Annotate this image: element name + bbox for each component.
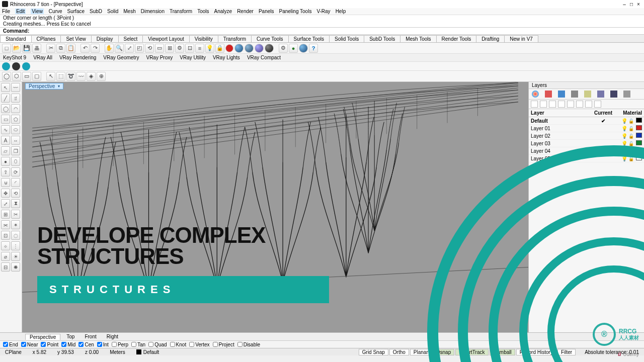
tab-vray-compact[interactable]: VRay Compact <box>247 55 281 60</box>
zoom-icon[interactable]: 🔍 <box>115 44 124 53</box>
new-layer-icon[interactable] <box>531 101 538 108</box>
aux-target-icon[interactable]: ⊕ <box>97 72 106 81</box>
zoom-window-icon[interactable]: ◰ <box>135 44 144 53</box>
osnap-checkbox[interactable] <box>41 342 46 347</box>
layers-icon[interactable]: ≡ <box>195 44 204 53</box>
osnap-checkbox[interactable] <box>148 342 153 347</box>
world-icon[interactable] <box>299 44 308 53</box>
redo-icon[interactable]: ↷ <box>91 44 100 53</box>
render-sphere4-icon[interactable] <box>265 44 274 53</box>
cplane-icon[interactable]: ⊞ <box>165 44 174 53</box>
undo-icon[interactable]: ↶ <box>80 44 90 53</box>
layers-col-material[interactable]: Material <box>616 110 642 116</box>
tool-polygon-icon[interactable]: ⬠ <box>11 115 20 124</box>
menu-curve[interactable]: Curve <box>49 9 62 14</box>
tool-rect-icon[interactable]: ▭ <box>1 115 10 124</box>
tool-points-icon[interactable]: ⋮ <box>11 241 20 250</box>
tool-rebuild-icon[interactable]: ⟐ <box>1 241 10 250</box>
tool-misc-icon[interactable]: ✺ <box>11 262 20 272</box>
aux-circle-icon[interactable]: ◯ <box>2 72 11 81</box>
menu-vray[interactable]: V-Ray <box>316 9 330 14</box>
status-btn-grid-snap[interactable]: Grid Snap <box>359 349 388 355</box>
menu-surface[interactable]: Surface <box>67 9 85 14</box>
render-sphere3-icon[interactable] <box>255 44 264 53</box>
vptab-top[interactable]: Top <box>62 334 78 339</box>
menu-analyze[interactable]: Analyze <box>214 9 232 14</box>
tool-ellipse-icon[interactable]: ⬭ <box>11 125 20 134</box>
tool-text-icon[interactable]: A <box>1 136 10 145</box>
tab-vray-proxy[interactable]: VRay Proxy <box>146 55 173 60</box>
aux-rect-icon[interactable]: ▭ <box>22 72 31 81</box>
tab-drafting[interactable]: Drafting <box>476 35 505 42</box>
tool-line-icon[interactable]: ╱ <box>1 94 10 103</box>
tool-render-icon[interactable]: ☀ <box>11 252 20 261</box>
tool-move-icon[interactable]: ✥ <box>1 189 10 198</box>
tool-box-icon[interactable]: ❒ <box>11 146 20 155</box>
aux-box-icon[interactable]: ▢ <box>32 72 41 81</box>
aux-tag-icon[interactable]: ◈ <box>87 72 96 81</box>
tab-select[interactable]: Select <box>118 35 143 42</box>
display-tab-icon[interactable] <box>571 90 578 98</box>
open-icon[interactable]: 📂 <box>12 44 21 53</box>
tool-surface-icon[interactable]: ▱ <box>1 146 10 155</box>
lightbulb-icon[interactable]: 💡 <box>205 44 214 53</box>
tab-visibility[interactable]: Visibility <box>189 35 218 42</box>
close-button[interactable]: × <box>635 2 642 7</box>
osnap-checkbox[interactable] <box>21 342 26 347</box>
aux-spiral-icon[interactable]: ➰ <box>66 72 75 81</box>
osnap-checkbox[interactable] <box>131 342 136 347</box>
render-sphere2-icon[interactable] <box>245 44 254 53</box>
osnap-tan[interactable]: Tan <box>131 342 145 347</box>
menu-panels[interactable]: Panels <box>259 9 274 14</box>
select-icon[interactable]: ▭ <box>155 44 164 53</box>
tool-rotate-icon[interactable]: ⟲ <box>11 189 20 198</box>
lock-icon[interactable]: 🔒 <box>215 44 224 53</box>
menu-subd[interactable]: SubD <box>90 9 102 14</box>
maximize-button[interactable]: □ <box>628 2 635 7</box>
menu-edit[interactable]: Edit <box>15 9 26 14</box>
osnap-end[interactable]: End <box>3 342 18 347</box>
vptab-right[interactable]: Right <box>103 334 122 339</box>
vptab-front[interactable]: Front <box>80 334 100 339</box>
tab-mesh-tools[interactable]: Mesh Tools <box>400 35 436 42</box>
tool-lasso-icon[interactable]: 〰 <box>11 83 20 92</box>
menu-render[interactable]: Render <box>237 9 254 14</box>
pan-icon[interactable]: ✋ <box>105 44 114 53</box>
menu-paneling-tools[interactable]: Paneling Tools <box>279 9 312 14</box>
osnap-checkbox[interactable] <box>112 342 117 347</box>
print-icon[interactable]: 🖶 <box>32 44 41 53</box>
tool-cylinder-icon[interactable]: ⬯ <box>11 157 20 166</box>
tab-vray-geometry[interactable]: VRay Geometry <box>103 55 139 60</box>
aux-wave-icon[interactable]: 〰 <box>76 72 86 81</box>
tool-pointer-icon[interactable]: ↖ <box>1 83 10 92</box>
menu-transform[interactable]: Transform <box>170 9 192 14</box>
help-icon[interactable]: ? <box>309 44 318 53</box>
layers-tab-icon[interactable] <box>545 90 552 98</box>
vray-btn2-icon[interactable] <box>12 62 20 70</box>
menu-solid[interactable]: Solid <box>107 9 118 14</box>
tool-sphere-icon[interactable]: ● <box>1 157 10 166</box>
tab-new-v7[interactable]: New in V7 <box>504 35 538 42</box>
save-icon[interactable]: 💾 <box>22 44 31 53</box>
tab-vray-utility[interactable]: VRay Utility <box>180 55 206 60</box>
layers-col-current[interactable]: Current <box>591 110 616 116</box>
status-layer[interactable]: Default <box>134 349 162 355</box>
tab-setview[interactable]: Set View <box>60 35 91 42</box>
tab-subd-tools[interactable]: SubD Tools <box>364 35 400 42</box>
tab-vray-lights[interactable]: VRay Lights <box>213 55 240 60</box>
tab-vray-rendering[interactable]: VRay Rendering <box>59 55 96 60</box>
tool-group-icon[interactable]: ⊡ <box>1 231 10 240</box>
menu-file[interactable]: File <box>2 9 10 14</box>
lights-tab-icon[interactable] <box>584 90 591 98</box>
menu-dimension[interactable]: Dimension <box>141 9 165 14</box>
osnap-perp[interactable]: Perp <box>112 342 128 347</box>
aux-box2-icon[interactable]: ⬚ <box>56 72 65 81</box>
tool-trim-icon[interactable]: ✂ <box>11 210 20 219</box>
osnap-int[interactable]: Int <box>97 342 109 347</box>
menu-view[interactable]: View <box>31 9 44 14</box>
osnap-mid[interactable]: Mid <box>61 342 75 347</box>
tab-surface-tools[interactable]: Surface Tools <box>288 35 330 42</box>
tab-curve-tools[interactable]: Curve Tools <box>251 35 289 42</box>
osnap-quad[interactable]: Quad <box>148 342 167 347</box>
properties-tab-icon[interactable] <box>558 90 565 98</box>
